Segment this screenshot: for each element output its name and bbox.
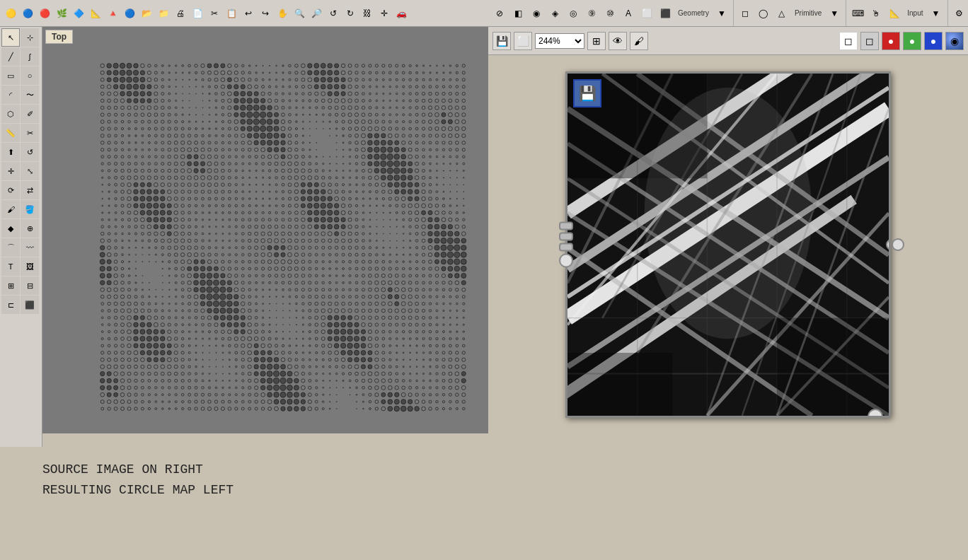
geo-dropdown[interactable]: ▼ (713, 5, 730, 22)
r2-gray-icon[interactable]: ◻ (860, 32, 879, 50)
r2-green-icon[interactable]: ● (903, 32, 921, 50)
geo-icon-10[interactable]: ⬛ (657, 5, 674, 22)
r2-red-icon[interactable]: ● (882, 32, 900, 50)
geo-icon-1[interactable]: ⊘ (491, 5, 508, 22)
geo-icon-4[interactable]: ◈ (546, 5, 563, 22)
sidebar-handle-tool[interactable]: ⊕ (21, 219, 39, 238)
sidebar-line-tool[interactable]: ╱ (1, 47, 20, 66)
toolbar-zoomin[interactable]: 🔍 (292, 6, 307, 21)
geo-icon-6[interactable]: ⑨ (583, 5, 600, 22)
left-resize-handle[interactable] (559, 253, 573, 267)
r2-white-icon[interactable]: ◻ (839, 32, 858, 50)
toolbar-open[interactable]: 🔵 (20, 6, 35, 21)
r2-sphere-icon[interactable]: ◉ (945, 32, 964, 50)
r2-eye-icon[interactable]: 👁 (609, 32, 627, 50)
geo-icon-7[interactable]: ⑩ (601, 5, 618, 22)
sidebar-paint-tool[interactable]: 🖌 (1, 200, 20, 218)
r2-fit-icon[interactable]: ⊞ (587, 32, 606, 50)
toolbar-cut[interactable]: ✂ (207, 6, 222, 21)
sidebar-mirror-tool[interactable]: ⇄ (21, 181, 39, 199)
geo-icon-8[interactable]: A (620, 5, 637, 22)
toolbar-zoomout[interactable]: 🔎 (309, 6, 324, 21)
sidebar-circle-tool[interactable]: ○ (21, 66, 39, 85)
r2-save-icon[interactable]: 💾 (492, 32, 511, 50)
toolbar-save2[interactable]: 🌿 (54, 6, 69, 21)
toolbar-chain[interactable]: ⛓ (359, 6, 375, 21)
toolbar-print2[interactable]: 📄 (190, 6, 205, 21)
geo-icon-2[interactable]: ◧ (509, 5, 526, 22)
sidebar-row-7: ⬆ ↺ (1, 143, 40, 161)
sidebar-snap-tool[interactable]: ⊏ (1, 296, 20, 314)
input-icon-1[interactable]: ⌨ (849, 5, 866, 22)
viewport-left: Top (42, 27, 488, 433)
sidebar-spline-tool[interactable]: 〜 (21, 86, 39, 104)
prim-icon-2[interactable]: ◯ (755, 5, 772, 22)
chain-link-1 (559, 221, 573, 230)
r2-paint-icon[interactable]: 🖌 (630, 32, 648, 50)
toolbar-tool1[interactable]: 🔷 (71, 6, 86, 21)
geo-icon-3[interactable]: ◉ (528, 5, 545, 22)
right-panel-resize-handle[interactable] (892, 238, 904, 251)
sidebar-revolve-tool[interactable]: ↺ (21, 143, 39, 161)
bottom-text: SOURCE IMAGE ON RIGHT RESULTING CIRCLE M… (0, 445, 968, 515)
geo-icon-5[interactable]: ◎ (565, 5, 582, 22)
toolbar-open3[interactable]: 📁 (156, 6, 171, 21)
prim-icon-3[interactable]: △ (773, 5, 790, 22)
toolbar-print[interactable]: 🖨 (173, 6, 188, 21)
sidebar-move-tool[interactable]: ✛ (1, 162, 20, 180)
sidebar-extrude-tool[interactable]: ⬆ (1, 143, 20, 161)
bottom-line-1: SOURCE IMAGE ON RIGHT (42, 460, 926, 480)
sidebar-select-tool[interactable]: ↖ (1, 28, 20, 47)
toolbar-tool2[interactable]: 📐 (88, 6, 103, 21)
save-icon-overlay[interactable]: 💾 (573, 79, 601, 107)
sidebar-fill-tool[interactable]: 🪣 (21, 200, 39, 218)
toolbar-undo[interactable]: ↩ (241, 6, 256, 21)
toolbar-new[interactable]: 🟡 (3, 6, 18, 21)
sidebar-path-tool[interactable]: ⌒ (1, 238, 20, 257)
sidebar-rect-tool[interactable]: ▭ (1, 66, 20, 85)
toolbar-hand[interactable]: ✋ (275, 6, 290, 21)
util-icon-1[interactable]: ⚙ (951, 5, 968, 22)
sidebar-rotate3d-tool[interactable]: ⟳ (1, 181, 20, 199)
toolbar-paste[interactable]: 📋 (224, 6, 239, 21)
prim-dropdown[interactable]: ▼ (826, 5, 843, 22)
zoom-select[interactable]: 244% 100% 200% (535, 33, 584, 49)
sidebar-row-1: ↖ ⊹ (1, 28, 40, 47)
toolbar-tool3[interactable]: 🔺 (105, 6, 120, 21)
sidebar-scale-tool[interactable]: ⤡ (21, 162, 39, 180)
sidebar-arc-tool[interactable]: ◜ (1, 86, 20, 104)
sidebar-row-4: ◜ 〜 (1, 86, 40, 104)
prim-icon-1[interactable]: ◻ (737, 5, 754, 22)
sidebar-align-tool[interactable]: ⊟ (21, 276, 39, 295)
input-icon-3[interactable]: 📐 (886, 5, 903, 22)
toolbar-move[interactable]: ✛ (376, 6, 392, 21)
geo-icon-9[interactable]: ⬜ (638, 5, 655, 22)
sidebar-grid-tool[interactable]: ⊞ (1, 276, 20, 295)
toolbar-open2[interactable]: 📂 (139, 6, 154, 21)
left-chain-handle[interactable] (559, 221, 573, 267)
sidebar-image-tool[interactable]: 🖼 (21, 257, 39, 276)
sidebar-point-tool[interactable]: ⊹ (21, 28, 39, 47)
toolbar-tool4[interactable]: 🔵 (122, 6, 137, 21)
input-icon-2[interactable]: 🖱 (868, 5, 885, 22)
toolbar-redo[interactable]: ↪ (258, 6, 273, 21)
sidebar-wave-tool[interactable]: 〰 (21, 238, 39, 257)
sidebar-freeform-tool[interactable]: ✐ (21, 105, 39, 123)
sidebar-trim-tool[interactable]: ✂ (21, 124, 39, 142)
toolbar-rotate[interactable]: ↺ (325, 6, 341, 21)
svg-point-30 (645, 87, 812, 338)
sidebar-text-tool[interactable]: T (1, 257, 20, 276)
sidebar-curve-tool[interactable]: ∫ (21, 47, 39, 66)
top-toolbar-left[interactable]: 🟡 🔵 🔴 🌿 🔷 📐 🔺 🔵 📂 📁 🖨 📄 ✂ 📋 ↩ ↪ ✋ 🔍 🔎 ↺ … (0, 0, 488, 27)
toolbar-car[interactable]: 🚗 (393, 6, 409, 21)
sidebar-node-tool[interactable]: ◆ (1, 219, 20, 238)
sidebar-polygon-tool[interactable]: ⬡ (1, 105, 20, 123)
r2-export-icon[interactable]: ⬜ (514, 32, 532, 50)
sidebar-row-6: 📏 ✂ (1, 124, 40, 142)
sidebar-3d-tool[interactable]: ⬛ (21, 296, 39, 314)
r2-blue-icon[interactable]: ● (924, 32, 943, 50)
toolbar-rotate2[interactable]: ↻ (342, 6, 358, 21)
input-dropdown[interactable]: ▼ (928, 5, 945, 22)
toolbar-save[interactable]: 🔴 (37, 6, 52, 21)
sidebar-measure-tool[interactable]: 📏 (1, 124, 20, 142)
